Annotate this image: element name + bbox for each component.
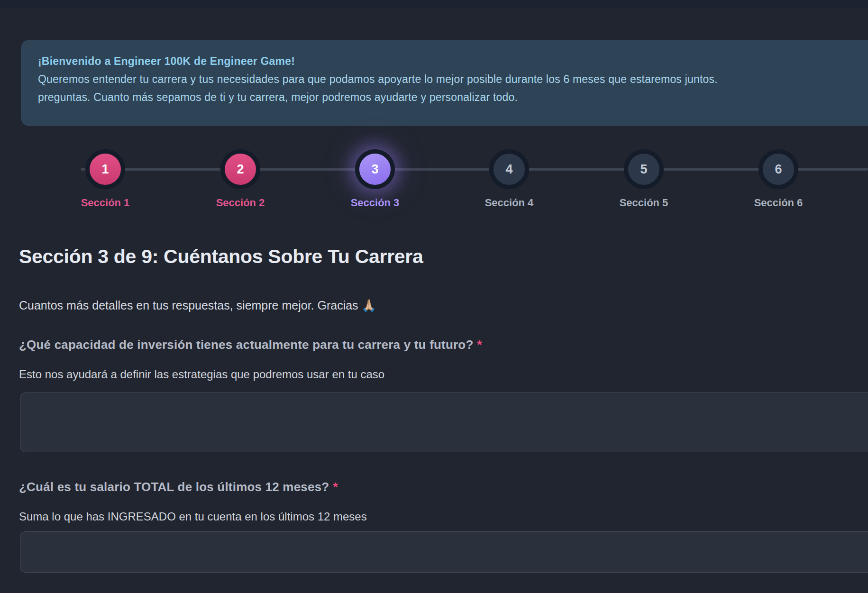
total-salary-input[interactable] bbox=[20, 531, 868, 573]
question-investment-capacity-label: ¿Qué capacidad de inversión tienes actua… bbox=[19, 338, 482, 352]
step-section-5: 5 Sección 5 bbox=[624, 149, 664, 189]
step-4-circle[interactable]: 4 bbox=[489, 149, 529, 189]
question-investment-capacity-text: ¿Qué capacidad de inversión tienes actua… bbox=[19, 338, 474, 352]
step-5-label: Sección 5 bbox=[601, 197, 686, 209]
required-asterisk: * bbox=[333, 480, 338, 494]
step-5-circle[interactable]: 5 bbox=[624, 149, 664, 189]
stepper-connector-line bbox=[81, 168, 868, 171]
step-section-1: 1 Sección 1 bbox=[85, 149, 125, 189]
welcome-banner-text-line-2: preguntas. Cuanto más sepamos de ti y tu… bbox=[38, 88, 863, 106]
question-total-salary-helper: Suma lo que has INGRESADO en tu cuenta e… bbox=[19, 510, 367, 523]
step-3-circle[interactable]: 3 bbox=[355, 149, 395, 189]
step-4-label: Sección 4 bbox=[466, 197, 552, 209]
step-1-label: Sección 1 bbox=[63, 197, 148, 209]
step-section-3-active: 3 Sección 3 bbox=[355, 149, 395, 189]
step-6-label: Sección 6 bbox=[736, 197, 821, 209]
welcome-banner-title: ¡Bienvenido a Engineer 100K de Engineer … bbox=[38, 52, 863, 70]
investment-capacity-input[interactable] bbox=[20, 392, 868, 452]
step-2-circle[interactable]: 2 bbox=[220, 149, 260, 189]
step-6-circle[interactable]: 6 bbox=[758, 149, 798, 189]
welcome-banner-text-line-1: Queremos entender tu carrera y tus neces… bbox=[38, 70, 863, 88]
step-section-2: 2 Sección 2 bbox=[220, 149, 260, 189]
step-section-6: 6 Sección 6 bbox=[758, 149, 798, 189]
top-strip bbox=[0, 0, 868, 8]
question-total-salary-text: ¿Cuál es tu salario TOTAL de los últimos… bbox=[19, 480, 329, 494]
required-asterisk: * bbox=[477, 338, 482, 352]
section-subheading: Cuantos más detalles en tus respuestas, … bbox=[19, 299, 376, 312]
question-total-salary-label: ¿Cuál es tu salario TOTAL de los últimos… bbox=[19, 480, 338, 494]
form-page: ¡Bienvenido a Engineer 100K de Engineer … bbox=[0, 0, 868, 593]
step-3-label: Sección 3 bbox=[332, 197, 418, 209]
step-1-circle[interactable]: 1 bbox=[85, 149, 125, 189]
question-investment-capacity-helper: Esto nos ayudará a definir las estrategi… bbox=[19, 368, 384, 381]
step-2-label: Sección 2 bbox=[198, 197, 283, 209]
step-section-4: 4 Sección 4 bbox=[489, 149, 529, 189]
welcome-banner: ¡Bienvenido a Engineer 100K de Engineer … bbox=[21, 40, 868, 126]
section-heading: Sección 3 de 9: Cuéntanos Sobre Tu Carre… bbox=[19, 246, 423, 268]
